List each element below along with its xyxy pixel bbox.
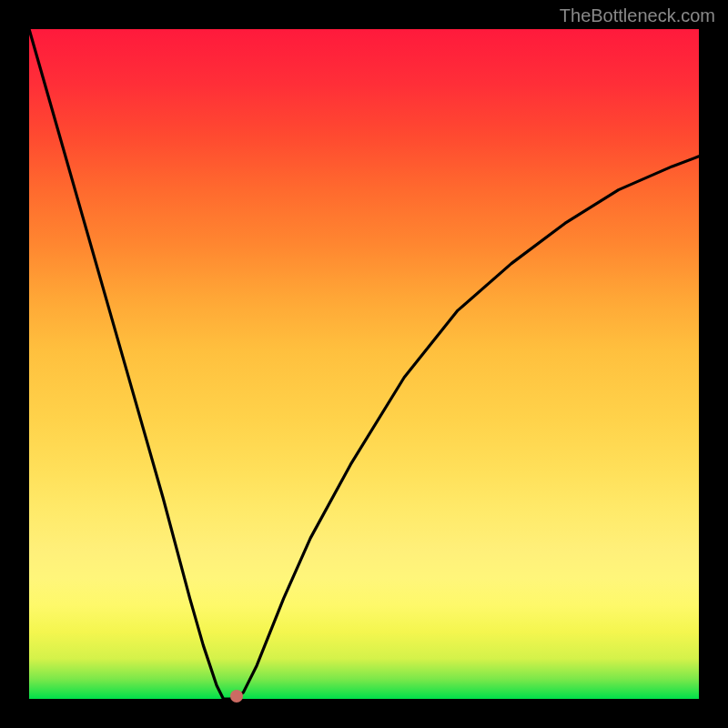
plot-area xyxy=(29,29,699,699)
bottleneck-curve xyxy=(29,29,699,699)
watermark-text: TheBottleneck.com xyxy=(560,5,715,26)
optimum-marker xyxy=(230,690,243,703)
chart-frame: TheBottleneck.com xyxy=(0,0,728,728)
